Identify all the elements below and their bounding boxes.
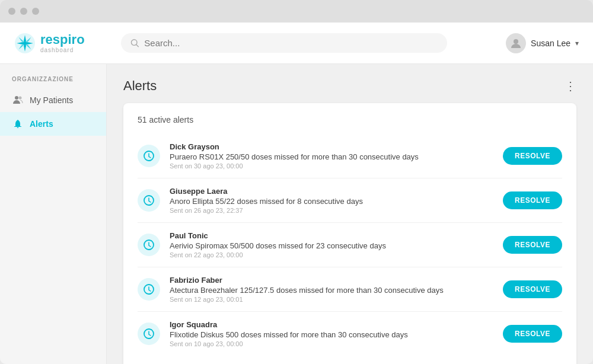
topnav: respiro dashboard Susan Lee bbox=[0, 23, 593, 64]
sidebar-item-my-patients[interactable]: My Patients bbox=[0, 88, 106, 112]
main-area: ORGANIZZAZIONE My Patients bbox=[0, 64, 593, 364]
alert-info-4: Igor Squadra Flixotide Diskus 500 doses … bbox=[170, 320, 493, 347]
logo-sub: dashboard bbox=[40, 47, 85, 53]
alert-sent-2: Sent on 22 ago 23, 00:00 bbox=[170, 251, 493, 258]
traffic-light-minimize[interactable] bbox=[20, 8, 27, 15]
svg-point-6 bbox=[19, 97, 22, 100]
alert-icon-circle-2 bbox=[138, 234, 160, 256]
title-bar bbox=[0, 0, 593, 23]
alert-icon-circle-3 bbox=[138, 278, 160, 301]
sidebar-label-my-patients: My Patients bbox=[30, 95, 73, 105]
search-input[interactable] bbox=[144, 38, 438, 48]
resolve-button-1[interactable]: RESOLVE bbox=[503, 191, 562, 209]
alert-item: Giuseppe Laera Anoro Ellipta 55/22 doses… bbox=[138, 178, 562, 223]
clock-icon bbox=[143, 328, 155, 340]
content: Alerts ⋮ 51 active alerts Dick Grayson P… bbox=[107, 64, 593, 364]
alert-item: Igor Squadra Flixotide Diskus 500 doses … bbox=[138, 312, 562, 356]
alert-patient-1: Giuseppe Laera bbox=[170, 187, 493, 196]
svg-line-3 bbox=[136, 44, 138, 46]
resolve-button-2[interactable]: RESOLVE bbox=[503, 236, 562, 254]
chevron-down-icon: ▾ bbox=[575, 39, 579, 47]
alert-icon-circle-1 bbox=[138, 189, 160, 212]
alert-icon-circle-0 bbox=[138, 145, 160, 167]
search-bar[interactable] bbox=[121, 33, 447, 53]
alert-item: Dick Grayson Puraero RS01X 250/50 doses … bbox=[138, 134, 562, 178]
clock-icon bbox=[143, 194, 155, 206]
alert-sent-0: Sent on 30 ago 23, 00:00 bbox=[170, 162, 493, 170]
sidebar-item-alerts[interactable]: Alerts bbox=[0, 112, 106, 136]
content-header: Alerts ⋮ bbox=[123, 78, 576, 94]
sidebar-label-alerts: Alerts bbox=[30, 119, 53, 129]
alert-message-1: Anoro Ellipta 55/22 doses missed for 8 c… bbox=[170, 197, 493, 206]
clock-icon bbox=[143, 283, 155, 295]
logo-text: respiro dashboard bbox=[40, 33, 85, 53]
logo-area: respiro dashboard bbox=[14, 33, 97, 54]
sidebar: ORGANIZZAZIONE My Patients bbox=[0, 64, 107, 364]
resolve-button-0[interactable]: RESOLVE bbox=[503, 147, 562, 165]
clock-icon bbox=[143, 150, 155, 162]
app-window: respiro dashboard Susan Lee bbox=[0, 0, 593, 364]
user-area[interactable]: Susan Lee ▾ bbox=[506, 33, 579, 53]
svg-point-4 bbox=[514, 39, 518, 44]
alert-message-4: Flixotide Diskus 500 doses missed for mo… bbox=[170, 330, 493, 339]
resolve-button-4[interactable]: RESOLVE bbox=[503, 325, 562, 343]
alert-patient-3: Fabrizio Faber bbox=[170, 276, 493, 285]
alert-icon-circle-4 bbox=[138, 323, 160, 345]
alert-patient-2: Paul Tonic bbox=[170, 231, 493, 240]
bell-icon bbox=[12, 118, 24, 130]
alerts-list: Dick Grayson Puraero RS01X 250/50 doses … bbox=[138, 134, 562, 356]
alert-item: Fabrizio Faber Atectura Breezhaler 125/1… bbox=[138, 267, 562, 312]
alert-sent-3: Sent on 12 ago 23, 00:01 bbox=[170, 296, 493, 303]
alert-sent-4: Sent on 10 ago 23, 00:00 bbox=[170, 340, 493, 347]
alert-patient-4: Igor Squadra bbox=[170, 320, 493, 329]
traffic-light-close[interactable] bbox=[8, 8, 15, 15]
more-options-icon[interactable]: ⋮ bbox=[565, 79, 576, 93]
logo-name: respiro bbox=[40, 33, 85, 47]
search-icon bbox=[130, 39, 139, 48]
svg-point-5 bbox=[15, 96, 18, 100]
user-avatar bbox=[506, 33, 526, 53]
app-body: respiro dashboard Susan Lee bbox=[0, 23, 593, 364]
pagination-row: Righe per pagina: 10 ▾ 1-10 di 51 ‹ › bbox=[138, 356, 562, 364]
alert-info-1: Giuseppe Laera Anoro Ellipta 55/22 doses… bbox=[170, 187, 493, 214]
alert-item: Paul Tonic Aerivio Spiromax 50/500 doses… bbox=[138, 223, 562, 267]
alert-message-2: Aerivio Spiromax 50/500 doses missed for… bbox=[170, 241, 493, 250]
org-label: ORGANIZZAZIONE bbox=[0, 76, 106, 88]
alert-info-2: Paul Tonic Aerivio Spiromax 50/500 doses… bbox=[170, 231, 493, 258]
active-alerts-count: 51 active alerts bbox=[138, 115, 562, 124]
resolve-button-3[interactable]: RESOLVE bbox=[503, 280, 562, 298]
alert-message-3: Atectura Breezhaler 125/127.5 doses miss… bbox=[170, 286, 493, 295]
alerts-card: 51 active alerts Dick Grayson Puraero RS… bbox=[123, 103, 576, 364]
alert-sent-1: Sent on 26 ago 23, 22:37 bbox=[170, 207, 493, 214]
traffic-light-maximize[interactable] bbox=[32, 8, 39, 15]
clock-icon bbox=[143, 239, 155, 251]
people-icon bbox=[12, 94, 24, 106]
alert-message-0: Puraero RS01X 250/50 doses missed for mo… bbox=[170, 152, 493, 161]
alert-patient-0: Dick Grayson bbox=[170, 142, 493, 151]
alert-info-3: Fabrizio Faber Atectura Breezhaler 125/1… bbox=[170, 276, 493, 303]
page-title: Alerts bbox=[123, 78, 157, 94]
alert-info-0: Dick Grayson Puraero RS01X 250/50 doses … bbox=[170, 142, 493, 170]
logo-icon bbox=[14, 33, 36, 54]
svg-point-1 bbox=[23, 41, 27, 45]
user-name: Susan Lee bbox=[531, 39, 570, 48]
